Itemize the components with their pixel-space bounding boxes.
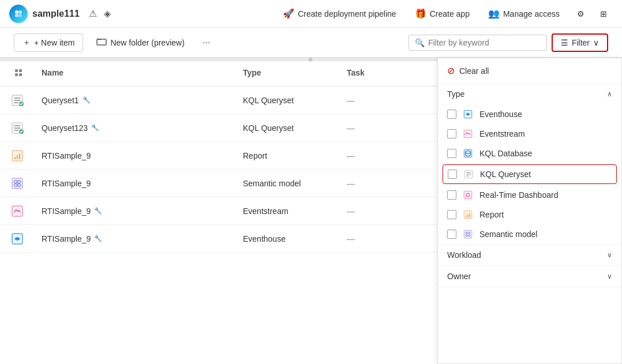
row-task-cell: — — [342, 232, 411, 246]
row-icon-semantic — [9, 175, 25, 192]
svg-rect-18 — [12, 178, 23, 189]
workload-chevron-icon: ∨ — [607, 251, 612, 259]
workspace-title: sample111 — [32, 9, 80, 19]
filter-icon-eventhouse — [462, 108, 474, 120]
row-name-cell: Queryset1 🔧 — [37, 93, 238, 107]
filter-checkbox-eventhouse[interactable] — [447, 110, 456, 119]
filter-item-semantic-model[interactable]: Semantic model — [438, 224, 621, 244]
filter-icon-rtd — [462, 189, 474, 201]
svg-rect-5 — [97, 39, 106, 45]
manage-access-label: Manage access — [503, 9, 560, 18]
workspace-logo — [9, 5, 28, 23]
col-type-header: Type — [238, 66, 342, 81]
premium-icon[interactable]: ◈ — [104, 8, 111, 19]
filter-label-eventstream: Eventstream — [479, 129, 525, 138]
filter-label-kql-queryset: KQL Queryset — [480, 170, 531, 179]
filter-checkbox-semantic-model[interactable] — [447, 230, 456, 239]
filter-icon-kql-queryset — [463, 168, 474, 180]
filter-item-eventhouse[interactable]: Eventhouse — [438, 104, 621, 124]
type-section-header[interactable]: Type ∧ — [438, 84, 621, 104]
filter-item-eventstream[interactable]: Eventstream — [438, 124, 621, 144]
workload-section-header[interactable]: Workload ∨ — [438, 245, 621, 265]
row-badge: 🔧 — [94, 207, 102, 215]
clear-all-label: Clear all — [459, 66, 489, 76]
settings-icon: ⚙ — [577, 9, 584, 18]
drag-handle-icon: ≡ — [308, 55, 313, 63]
svg-rect-35 — [469, 213, 470, 217]
filter-label-eventhouse: Eventhouse — [479, 110, 522, 119]
filter-item-report[interactable]: Report — [438, 205, 621, 224]
svg-rect-8 — [15, 73, 18, 76]
search-input[interactable] — [428, 38, 541, 47]
filter-checkbox-kql-queryset[interactable] — [448, 170, 457, 179]
row-task-cell: — — [342, 177, 411, 190]
new-folder-button[interactable]: New folder (preview) — [88, 32, 193, 52]
more-button[interactable]: ··· — [198, 34, 215, 51]
create-pipeline-label: Create deployment pipeline — [298, 9, 396, 18]
row-icon-eventstream — [9, 203, 25, 219]
rocket-icon: 🚀 — [283, 8, 294, 19]
manage-access-button[interactable]: 👥 Manage access — [481, 5, 567, 22]
row-name-cell: RTISample_9 — [37, 177, 238, 190]
filter-label: Filter — [572, 38, 590, 47]
col-task-header: Task — [342, 66, 411, 81]
new-item-label: + New item — [34, 38, 74, 47]
filter-type-items: Eventhouse Eventstream KQL Database KQL … — [438, 104, 621, 244]
row-icon-report — [9, 148, 25, 164]
main-area: ≡ Name Type Task Queryset1 🔧 KQL Qu — [0, 58, 622, 364]
svg-rect-7 — [19, 69, 22, 72]
row-task-cell: — — [342, 121, 411, 135]
row-type-cell: KQL Queryset — [238, 93, 342, 107]
filter-item-kql-queryset[interactable]: KQL Queryset — [443, 164, 617, 184]
row-badge: 🔧 — [94, 235, 102, 242]
owner-section-header[interactable]: Owner ∨ — [438, 266, 621, 287]
svg-point-0 — [15, 10, 18, 14]
clear-all-button[interactable]: ⊘ Clear all — [438, 58, 621, 84]
svg-rect-9 — [19, 73, 22, 76]
svg-rect-6 — [15, 69, 18, 72]
type-chevron-icon: ∧ — [607, 90, 612, 98]
row-name-text: Queryset1 — [42, 96, 79, 105]
new-item-button[interactable]: ＋ + New item — [14, 33, 83, 52]
workload-section-label: Workload — [447, 250, 481, 260]
filter-checkbox-report[interactable] — [447, 210, 456, 219]
row-type-cell: Eventhouse — [238, 232, 342, 246]
filter-item-kql-database[interactable]: KQL Database — [438, 144, 621, 163]
type-section: Type ∧ Eventhouse Eventstream KQL Databa… — [438, 84, 621, 245]
row-icon-queryset — [9, 92, 25, 108]
filter-button[interactable]: ☰ Filter ∨ — [552, 33, 608, 52]
folder-icon — [96, 36, 107, 48]
settings-button[interactable]: ⚙ — [571, 5, 590, 23]
more-icon: ··· — [203, 37, 210, 47]
owner-chevron-icon: ∨ — [607, 272, 612, 280]
row-task-cell: — — [342, 149, 411, 163]
svg-rect-17 — [19, 153, 20, 159]
create-app-label: Create app — [430, 9, 470, 18]
filter-checkbox-eventstream[interactable] — [447, 129, 456, 138]
col-name-header: Name — [37, 66, 238, 81]
topnav: sample111 ⚠ ◈ 🚀 Create deployment pipeli… — [0, 0, 622, 28]
filter-icon-semantic — [462, 228, 474, 240]
row-badge: 🔧 — [83, 96, 91, 104]
row-type-cell: Eventstream — [238, 204, 342, 218]
row-name-text: RTISample_9 — [42, 207, 91, 216]
row-name-cell: RTISample_9 🔧 — [37, 232, 238, 246]
filter-item-real-time-dashboard[interactable]: Real-Time Dashboard — [438, 185, 621, 205]
people-icon: 👥 — [488, 8, 500, 19]
filter-checkbox-kql-database[interactable] — [447, 149, 456, 158]
create-pipeline-button[interactable]: 🚀 Create deployment pipeline — [276, 5, 403, 22]
filter-panel: ⊘ Clear all Type ∧ Eventhouse Eventstrea… — [437, 58, 622, 364]
row-name-text: RTISample_9 — [42, 179, 91, 188]
row-name-cell: Queryset123 🔧 — [37, 121, 238, 135]
filter-checkbox-real-time-dashboard[interactable] — [447, 190, 456, 200]
filter-lines-icon: ☰ — [561, 38, 568, 47]
svg-rect-34 — [467, 214, 469, 217]
new-folder-label: New folder (preview) — [110, 38, 184, 47]
create-app-button[interactable]: 🎁 Create app — [408, 5, 477, 22]
plus-icon: ＋ — [23, 37, 31, 48]
row-type-cell: Report — [238, 149, 342, 163]
alert-icon[interactable]: ⚠ — [89, 8, 97, 19]
windows-button[interactable]: ⊞ — [594, 5, 613, 23]
svg-rect-30 — [464, 191, 472, 199]
search-box: 🔍 — [409, 35, 547, 51]
